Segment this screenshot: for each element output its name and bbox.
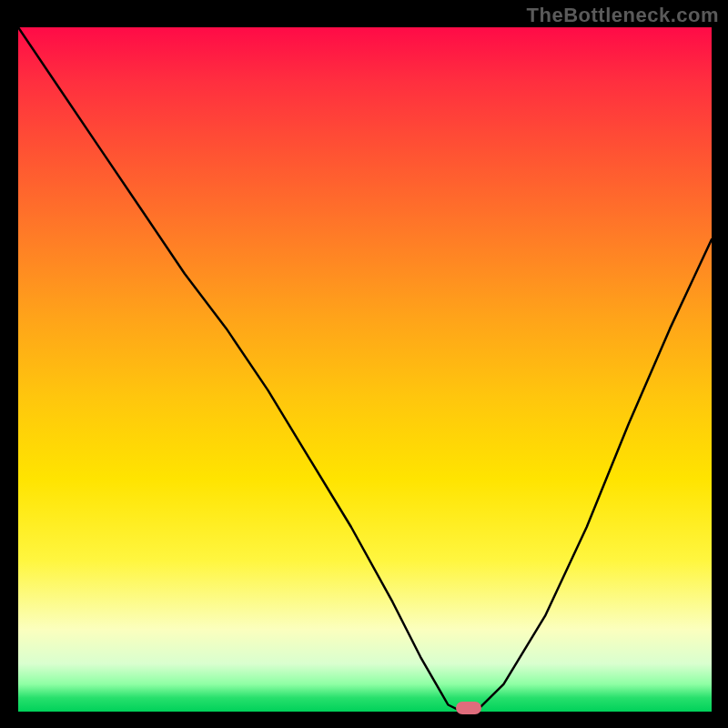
- chart-frame: TheBottleneck.com: [0, 0, 728, 728]
- optimum-marker: [456, 702, 481, 714]
- bottleneck-curve: [18, 27, 712, 712]
- plot-area: [18, 27, 712, 712]
- watermark-text: TheBottleneck.com: [527, 4, 719, 27]
